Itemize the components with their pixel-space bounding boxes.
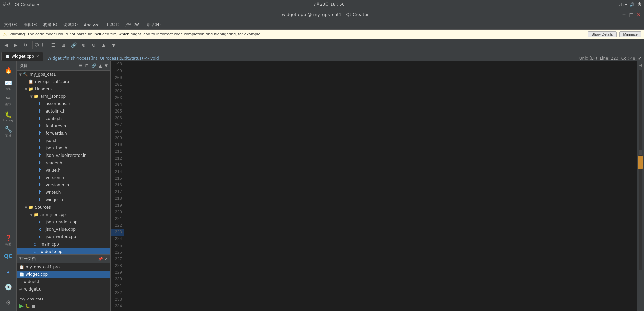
sidebar-icon-help[interactable]: ❓ 帮助 [1, 233, 16, 248]
minimize-btn[interactable]: ─ [621, 12, 627, 17]
right-collapse-btn[interactable]: ◀ [637, 62, 644, 69]
tree-project-root[interactable]: ▼ 🔨 my_gps_cat1 [17, 71, 110, 78]
tree-headers-folder[interactable]: ▼ 📁 Headers [17, 85, 110, 93]
tree-forwards-h[interactable]: h forwards.h [17, 130, 110, 137]
open-files-pin-btn[interactable]: 📌 [98, 257, 103, 261]
scroll-indicator [638, 156, 643, 169]
menu-file[interactable]: 文件(F) [1, 21, 20, 29]
expand-btn[interactable]: ⊕ [79, 41, 88, 49]
sidebar-icon-vscode[interactable]: ⬥ [1, 264, 16, 279]
open-file-widget-h[interactable]: h widget.h [17, 278, 110, 285]
open-file-pro[interactable]: 📋 my_gps_cat1.pro [17, 263, 110, 271]
down-btn[interactable]: ▼ [109, 41, 118, 49]
close-btn[interactable]: ✕ [636, 12, 641, 17]
tree-json-h[interactable]: h json.h [17, 137, 110, 144]
tree-version-h-in[interactable]: h version.h.in [17, 181, 110, 189]
tree-autolink-h[interactable]: h autolink.h [17, 107, 110, 115]
minimap-viewport[interactable] [639, 150, 642, 155]
tree-config-h[interactable]: h config.h [17, 115, 110, 122]
show-details-btn[interactable]: Show Details [588, 31, 616, 37]
expand-editor-btn[interactable]: ⤢ [638, 56, 641, 61]
lang-indicator[interactable]: zh ▾ [619, 2, 627, 7]
sidebar-icon-qc[interactable]: QC [1, 249, 16, 263]
tree-widget-cpp[interactable]: c widget.cpp [17, 248, 110, 254]
menu-analyze[interactable]: Analyze [81, 21, 102, 28]
tab-close-btn[interactable]: ✕ [36, 54, 39, 59]
up-btn[interactable]: ▲ [99, 41, 108, 49]
title-bar: widget.cpp @ my_gps_cat1 - Qt Creator ─ … [0, 9, 644, 20]
datetime: 7月23日 18：56 [313, 2, 344, 7]
app-name-text: Qt Creator [15, 2, 36, 7]
tree-widget-h[interactable]: h widget.h [17, 196, 110, 204]
tree-reader-h[interactable]: h reader.h [17, 159, 110, 167]
tree-pro-file[interactable]: 📋 my_gps_cat1.pro [17, 78, 110, 85]
list-btn[interactable]: ☰ [49, 41, 58, 49]
right-panel: ◀ [637, 61, 644, 311]
editor-wrap: 198 199 200 201 202 203 204 205 206 207 … [111, 61, 637, 311]
debug-run-btn[interactable]: 🐛 [25, 304, 30, 308]
minimize-warning-btn[interactable]: Minimize [619, 31, 641, 37]
tree-header-btn-3[interactable]: 🔗 [91, 63, 96, 68]
menu-build[interactable]: 构建(B) [41, 21, 60, 29]
sidebar-icons: 🔥 📧 欢迎 ✏️ 编辑 🐛 Debug 🔧 项目 ❓ 帮助 QC ⬥ [0, 61, 17, 311]
tree-header-btn-4[interactable]: ▲ [99, 63, 102, 68]
tree-arm-jsoncpp-headers[interactable]: ▼ 📁 arm_jsoncpp [17, 93, 110, 100]
minimap [639, 70, 642, 270]
tree-json-tool-h[interactable]: h json_tool.h [17, 144, 110, 152]
menu-edit[interactable]: 编辑(E) [21, 21, 40, 29]
back-btn[interactable]: ◀ [2, 41, 11, 49]
system-bar-left: 活动 Qt Creator ▾ [3, 2, 39, 7]
sidebar-icon-settings[interactable]: ⚙ [1, 295, 16, 310]
open-file-widget-ui[interactable]: ◎ widget.ui [17, 285, 110, 293]
tree-arm-jsoncpp-sources[interactable]: ▼ 📁 arm_jsoncpp [17, 211, 110, 218]
filter-btn[interactable]: ⊞ [59, 41, 68, 49]
encoding-info: Unix (LF) [579, 56, 597, 61]
tab-widget-cpp[interactable]: 📄 widget.cpp ✕ [1, 52, 43, 61]
tree-json-valueiterator[interactable]: h json_valueiterator.inl [17, 152, 110, 159]
tree-features-h[interactable]: h features.h [17, 122, 110, 130]
tree-header-btn-5[interactable]: ▼ [105, 63, 108, 68]
menu-tools[interactable]: 工具(T) [103, 21, 122, 29]
window-controls[interactable]: ─ □ ✕ [621, 12, 641, 17]
sidebar-icon-dvd[interactable]: 💿 [1, 279, 16, 294]
tree-sources-folder[interactable]: ▼ 📁 Sources [17, 204, 110, 211]
sidebar-icon-edit[interactable]: ✏️ 编辑 [1, 93, 16, 108]
menu-help[interactable]: 帮助(H) [144, 21, 164, 29]
open-file-widget-cpp[interactable]: 📄 widget.cpp [17, 271, 110, 278]
tree-main-cpp[interactable]: c main.cpp [17, 240, 110, 248]
open-file-widget-cpp-label: widget.cpp [26, 272, 48, 277]
tree-json-value-cpp[interactable]: c json_value.cpp [17, 226, 110, 233]
open-files-header: 打开文档 📌 ⤢ [17, 255, 110, 263]
app-dropdown-icon[interactable]: ▾ [37, 2, 39, 7]
tree-assertions-h[interactable]: h assertions.h [17, 100, 110, 107]
tree-value-h[interactable]: h value.h [17, 167, 110, 174]
breadcrumb-bar: Widget::finishProcess(int, QProcess::Exi… [43, 56, 576, 61]
sidebar-icon-debug[interactable]: 🐛 Debug [1, 109, 16, 124]
collapse-btn[interactable]: ⊖ [89, 41, 98, 49]
forward-btn[interactable]: ▶ [11, 41, 20, 49]
tree-version-h[interactable]: h version.h [17, 174, 110, 181]
sidebar-icon-project[interactable]: 🔧 项目 [1, 124, 16, 139]
sidebar-icon-firefox[interactable]: 🔥 [1, 62, 16, 77]
stop-btn[interactable]: ⏹ [31, 303, 36, 309]
menu-debug[interactable]: 调试(D) [61, 21, 81, 29]
app-name[interactable]: Qt Creator ▾ [15, 2, 39, 7]
sync-btn[interactable]: ↻ [21, 41, 30, 49]
warning-text: Warning: The code model could not parse … [10, 32, 585, 36]
tree-header-btn-1[interactable]: ☰ [79, 63, 83, 68]
link-btn[interactable]: 🔗 [69, 41, 78, 49]
open-files-expand-btn[interactable]: ⤢ [104, 257, 108, 261]
debug-controls: ▶ 🐛 ⏹ [18, 302, 109, 310]
run-btn[interactable]: ▶ [19, 303, 24, 309]
maximize-btn[interactable]: □ [629, 12, 634, 17]
activities-label[interactable]: 活动 [3, 2, 11, 7]
tree-header-btn-2[interactable]: ⊞ [85, 63, 88, 68]
sidebar-icon-welcome[interactable]: 📧 欢迎 [1, 78, 16, 93]
debug-section: my_gps_cat1 ▶ 🐛 ⏹ [17, 295, 110, 311]
tree-writer-h[interactable]: h writer.h [17, 189, 110, 196]
tree-json-writer-cpp[interactable]: c json_writer.cpp [17, 233, 110, 240]
warning-icon: ⚠ [3, 32, 7, 37]
open-file-widget-ui-label: widget.ui [24, 287, 43, 292]
tree-json-reader-cpp[interactable]: c json_reader.cpp [17, 218, 110, 226]
menu-controls[interactable]: 控件(W) [123, 21, 143, 29]
